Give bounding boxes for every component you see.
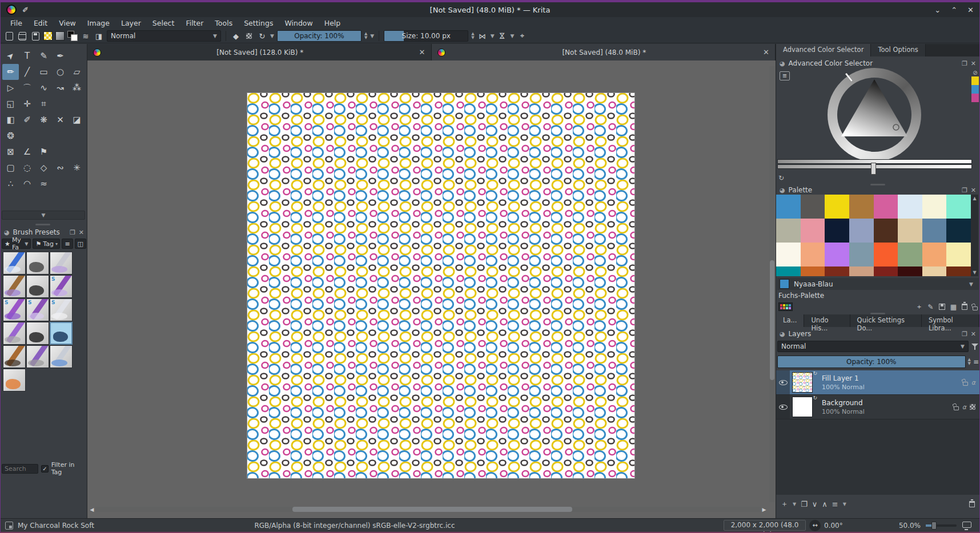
palette-swatch[interactable]	[825, 243, 849, 266]
tool-reference-images[interactable]: ⚑	[35, 144, 52, 160]
palette-scrollbar[interactable]: ▲▼	[971, 195, 978, 276]
tool-freehand-select[interactable]: ∾	[52, 160, 69, 176]
tool-magnetic-select[interactable]: ≈	[35, 176, 52, 192]
layer-properties-dropdown[interactable]: ▼	[843, 502, 846, 507]
tool-smart-patch[interactable]: ✕	[52, 112, 69, 128]
layer-properties-button[interactable]: ≡	[832, 500, 838, 508]
tool-text[interactable]: T	[19, 48, 35, 64]
save-palette-icon[interactable]	[939, 304, 945, 310]
filter-in-tag-checkbox[interactable]: ✓	[41, 465, 49, 473]
menu-tools[interactable]: Tools	[210, 18, 238, 29]
lightness-handle[interactable]	[871, 163, 876, 175]
brush-preset-item[interactable]	[3, 345, 26, 368]
layer-row[interactable]: ↻Background100% Normalα	[776, 395, 980, 419]
layer-opacity-spinner[interactable]: ▲▼	[968, 358, 971, 366]
blend-mode-dropdown[interactable]: Normal ▼	[107, 30, 221, 42]
brush-preset-item[interactable]	[3, 369, 26, 391]
tool-contiguous-select[interactable]: ✳	[69, 160, 85, 176]
tool-transform[interactable]: ◱	[2, 96, 19, 112]
close-tab-icon[interactable]: ✕	[419, 48, 425, 56]
layer-visibility-cell[interactable]	[776, 395, 790, 419]
palette-swatch[interactable]	[946, 243, 971, 266]
opacity-spinner[interactable]: ▲▼	[364, 32, 367, 40]
docker-tab[interactable]: Undo His...	[804, 314, 850, 327]
eye-icon[interactable]	[779, 380, 788, 385]
eye-icon[interactable]	[779, 405, 788, 410]
minimize-button[interactable]: ⌄	[934, 6, 941, 14]
brush-preset-item[interactable]: S	[3, 298, 26, 321]
move-layer-down-button[interactable]: ∨	[812, 500, 818, 508]
palette-swatch[interactable]	[946, 219, 971, 243]
delete-layer-icon[interactable]	[969, 501, 975, 507]
lock-palette-icon[interactable]	[973, 306, 978, 310]
gradient-swatch[interactable]	[55, 31, 65, 41]
tool-polygon-select[interactable]: ◇	[35, 160, 52, 176]
palette-chooser-button[interactable]	[778, 302, 793, 311]
brush-editor-icon[interactable]: ◨	[94, 31, 104, 41]
tool-pattern-edit[interactable]: ❋	[35, 112, 52, 128]
pin-icon[interactable]: ✐	[22, 6, 29, 14]
brush-preset-item[interactable]	[50, 252, 73, 274]
brush-size-slider[interactable]: Size: 10.00 px	[384, 30, 468, 42]
tool-select-shapes[interactable]: ➤	[2, 48, 19, 64]
zoom-value[interactable]: 50.0%	[894, 522, 921, 530]
tool-line[interactable]: ╱	[19, 64, 35, 80]
tool-assistants[interactable]: ⊠	[2, 144, 19, 160]
document-tab[interactable]: [Not Saved] (48.0 MiB) *✕	[432, 44, 776, 60]
palette-swatch[interactable]	[898, 243, 922, 266]
tool-ellipse-select[interactable]: ◌	[19, 160, 35, 176]
scroll-right-arrow[interactable]: ▶	[761, 507, 768, 512]
rotation-icon[interactable]: ↔	[809, 520, 821, 531]
palette-swatch[interactable]	[776, 195, 801, 219]
brush-preset-item[interactable]	[50, 345, 73, 368]
reload-preset-dropdown[interactable]: ▼	[270, 33, 274, 39]
tool-edit-shapes[interactable]: ✎	[35, 48, 52, 64]
palette-swatch[interactable]	[898, 266, 922, 276]
close-docker-icon[interactable]: ✕	[971, 187, 976, 194]
menu-settings[interactable]: Settings	[239, 18, 278, 29]
saturation-triangle[interactable]	[828, 68, 921, 161]
brush-preset-item[interactable]	[26, 345, 49, 368]
duplicate-layer-button[interactable]: ❐	[801, 500, 808, 508]
zoom-slider[interactable]	[926, 524, 957, 527]
chevron-down-icon[interactable]: ▼	[969, 281, 973, 287]
remove-color-icon[interactable]	[962, 304, 967, 310]
palette-swatch[interactable]	[825, 266, 849, 276]
float-docker-icon[interactable]: ❐	[962, 330, 967, 338]
size-spinner[interactable]: ▲▼	[471, 32, 474, 40]
brush-preset-item[interactable]: S	[50, 275, 73, 298]
canvas[interactable]	[247, 93, 634, 478]
palette-swatch[interactable]	[801, 266, 825, 276]
palette-swatch[interactable]	[946, 195, 971, 219]
fullscreen-icon[interactable]	[962, 522, 971, 528]
palette-swatch[interactable]	[776, 243, 801, 266]
recent-color-swatch[interactable]	[971, 85, 979, 94]
docker-tab[interactable]: Quick Settings Do...	[850, 314, 922, 327]
layer-opacity-slider[interactable]: Opacity: 100%	[777, 356, 966, 368]
tag-dropdown[interactable]: ⚑Tag▾	[33, 239, 60, 249]
palette-swatch[interactable]	[849, 266, 874, 276]
tool-polygon[interactable]: ▱	[69, 64, 85, 80]
tool-color-sampler[interactable]: ✐	[19, 112, 35, 128]
recent-color-swatch[interactable]	[971, 76, 979, 85]
docker-tab[interactable]: Symbol Libra...	[922, 314, 979, 327]
layer-blend-mode-dropdown[interactable]: Normal ▼	[777, 341, 969, 352]
scroll-left-arrow[interactable]: ◀	[89, 507, 95, 512]
brush-preset-item[interactable]	[50, 322, 73, 345]
brush-preset-item[interactable]	[3, 322, 26, 345]
selected-color-row[interactable]: Nyaaa-Blau ▼	[777, 278, 979, 290]
pattern-swatch[interactable]	[43, 31, 53, 41]
tool-move[interactable]: ✛	[19, 96, 35, 112]
brush-preset-item[interactable]	[26, 322, 49, 345]
inherit-alpha-icon[interactable]	[970, 404, 975, 410]
tool-bezier-curve[interactable]: ⌒	[19, 80, 35, 96]
menu-filter[interactable]: Filter	[180, 18, 208, 29]
mirror-horizontal-button[interactable]: ⋈	[477, 31, 488, 41]
brush-preset-item[interactable]	[26, 275, 49, 298]
tool-ellipse[interactable]: ○	[52, 64, 69, 80]
palette-swatch[interactable]	[849, 243, 874, 266]
menu-image[interactable]: Image	[82, 18, 115, 29]
docker-tab[interactable]: Tool Options	[871, 44, 925, 56]
menu-file[interactable]: File	[5, 18, 27, 29]
new-document-button[interactable]	[4, 31, 14, 41]
